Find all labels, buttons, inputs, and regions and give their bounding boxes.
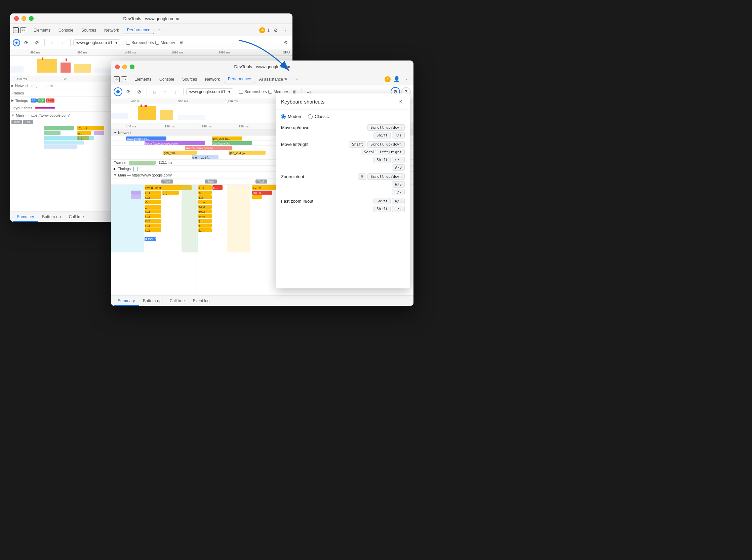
tab-network-fg[interactable]: Network <box>202 76 223 83</box>
tab-elements-bg[interactable]: Elements <box>30 26 54 34</box>
tab-performance-fg[interactable]: Performance <box>224 75 255 83</box>
download-btn-fg[interactable]: ↓ <box>171 87 180 97</box>
clear-btn-fg[interactable]: ⊘ <box>135 87 144 97</box>
network-arrow-bg[interactable]: ▶ <box>12 84 14 87</box>
svg-text:GetAsyncDat: GetAsyncDat <box>213 142 231 145</box>
tab-network-bg[interactable]: Network <box>101 26 122 34</box>
frames-value-fg: 112.1 ms <box>158 161 172 164</box>
fast-zoom-keys: Shift W/S Shift +/- <box>374 198 405 212</box>
combo-plusminus: +/- <box>392 189 405 195</box>
device-toggle-icon[interactable]: ▭ <box>20 27 26 33</box>
tab-console-fg[interactable]: Console <box>156 76 178 83</box>
sep1-fg <box>146 88 147 95</box>
url-selector-bg[interactable]: www.google.com #1 ▾ <box>73 39 120 46</box>
svg-text:_...a: _...a <box>199 201 205 204</box>
combo-scroll-updown: Scroll up/down <box>368 124 405 131</box>
layout-shifts-label-bg: Layout shifts <box>12 106 32 110</box>
shortcut-fast-zoom: Fast zoom in/out Shift W/S Shift +/- <box>281 198 405 212</box>
tab-elements-fg[interactable]: Elements <box>131 76 155 83</box>
svg-rect-3 <box>74 64 91 73</box>
upload-btn-fg[interactable]: ↑ <box>160 87 170 97</box>
tab-console-bg[interactable]: Console <box>55 26 77 34</box>
modern-radio[interactable]: Modern <box>281 114 302 119</box>
timings-arrow-bg[interactable]: ▶ <box>12 99 14 102</box>
svg-text:search (www.google...: search (www.google... <box>185 146 216 150</box>
svg-rect-24 <box>140 104 142 107</box>
traffic-light-green-fg[interactable] <box>130 64 135 69</box>
key-ws: W/S <box>392 181 405 187</box>
zoom-keys: ⌘ Scroll up/down W/S +/- <box>358 174 405 195</box>
classic-radio[interactable]: Classic <box>308 114 329 119</box>
combo-ws: W/S <box>392 181 405 187</box>
home-btn-fg[interactable]: ⌂ <box>150 87 159 97</box>
summary-tab-fg[interactable]: Summary <box>114 297 139 306</box>
svg-rect-22 <box>160 110 173 120</box>
settings-icon-bg[interactable]: ⚙ <box>272 26 280 34</box>
svg-text:$ia: $ia <box>199 196 203 199</box>
traffic-light-yellow-fg[interactable] <box>122 64 127 69</box>
timings-arrow-fg[interactable]: ▶ <box>114 167 116 171</box>
svg-text:client_204 (...: client_204 (... <box>192 156 211 159</box>
url-selector-fg[interactable]: www.google.com #1 ▾ <box>186 88 233 95</box>
key-ad: A/D <box>392 164 405 171</box>
record-btn-fg[interactable] <box>114 87 122 96</box>
call-tree-tab-fg[interactable]: Call tree <box>166 297 189 306</box>
traffic-light-yellow[interactable] <box>21 16 26 21</box>
main-arrow-bg[interactable]: ▼ <box>12 114 15 117</box>
traffic-light-red[interactable] <box>14 16 19 21</box>
record-btn-bg[interactable]: ⏺ <box>13 39 20 46</box>
upload-btn-bg[interactable]: ↑ <box>47 38 57 47</box>
tab-ai-fg[interactable]: AI assistance ⚗ <box>256 76 291 83</box>
user-icon-fg[interactable]: 👤 <box>393 75 401 83</box>
capture-icon-bg[interactable]: 🖥 <box>177 38 186 47</box>
shortcuts-title: Keyboard shortcuts <box>281 99 324 104</box>
memory-checkbox-bg[interactable]: Memory <box>155 40 175 45</box>
more-icon-bg[interactable]: ⋮ <box>282 26 290 34</box>
svg-rect-20 <box>138 106 156 120</box>
reload-record-btn-fg[interactable]: ⟳ <box>124 87 133 97</box>
reload-record-btn-bg[interactable]: ⟳ <box>21 38 31 47</box>
main-arrow-fg[interactable]: ▼ <box>114 174 117 177</box>
svg-text:(...): (...) <box>199 229 204 232</box>
svg-text:Ru...s: Ru...s <box>253 191 261 195</box>
svg-text:O...: O... <box>145 201 150 204</box>
timeline-cursor-fg <box>196 123 196 129</box>
inspect-element-icon[interactable]: ⊹ <box>13 27 19 33</box>
svg-rect-2 <box>60 62 71 73</box>
key-scroll-zoom: Scroll up/down <box>368 174 405 180</box>
tab-more-bg[interactable]: » <box>155 26 164 34</box>
inspect-element-icon-fg[interactable]: ⊹ <box>114 76 120 82</box>
more-icon-fg[interactable]: ⋮ <box>403 75 411 83</box>
summary-tab-bg[interactable]: Summary <box>13 213 38 222</box>
tab-more-fg[interactable]: » <box>292 76 301 83</box>
svg-text:(...): (...) <box>145 196 150 199</box>
clear-btn-bg[interactable]: ⊘ <box>32 38 42 47</box>
network-expand-fg[interactable]: ▼ <box>114 131 117 135</box>
call-tree-tab-bg[interactable]: Call tree <box>65 213 88 222</box>
device-toggle-icon-fg[interactable]: ▭ <box>121 76 127 82</box>
svg-rect-65 <box>252 195 262 199</box>
tab-performance-bg[interactable]: Performance <box>124 26 154 34</box>
traffic-light-green[interactable] <box>29 16 34 21</box>
traffic-light-red-fg[interactable] <box>115 64 120 69</box>
tab-sources-bg[interactable]: Sources <box>78 26 99 34</box>
bottom-up-tab-bg[interactable]: Bottom-up <box>38 213 64 222</box>
tab-sources-fg[interactable]: Sources <box>179 76 200 83</box>
screenshots-checkbox-bg[interactable]: Screenshots <box>126 40 154 45</box>
combo-shift-scroll: Shift Scroll up/down <box>349 141 405 147</box>
fg-time2-3: 296 ms <box>239 125 249 128</box>
key-shift-1: Shift <box>374 132 391 139</box>
download-btn-bg[interactable]: ↓ <box>58 38 67 47</box>
fg-time-0: 496 m... <box>131 100 142 103</box>
shortcuts-header: Keyboard shortcuts × <box>276 94 410 110</box>
task-bar-2: Task <box>23 120 34 124</box>
combo-cmd-scroll: ⌘ Scroll up/down <box>358 174 405 180</box>
shortcuts-close-btn[interactable]: × <box>397 98 405 105</box>
event-log-tab-fg[interactable]: Event log <box>189 297 214 306</box>
bottom-up-tab-fg[interactable]: Bottom-up <box>139 297 165 306</box>
perf-settings-icon-bg[interactable]: ⚙ <box>282 39 290 47</box>
task-3-fg: Task <box>256 180 267 183</box>
shortcut-move-leftright: Move left/right Shift Scroll up/down Scr… <box>281 141 405 171</box>
key-plusminus: +/- <box>392 189 405 195</box>
screenshots-checkbox-fg[interactable]: Screenshots <box>239 89 267 94</box>
